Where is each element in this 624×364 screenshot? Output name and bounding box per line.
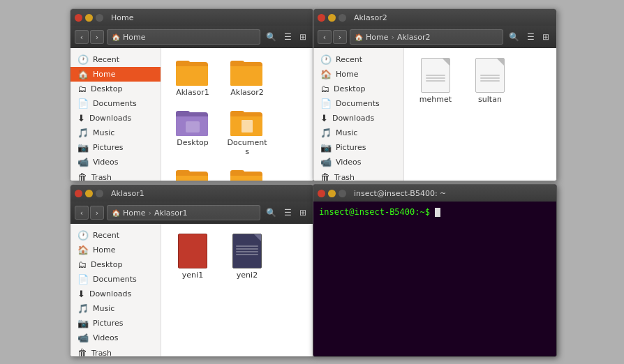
- aklasor2-sidebar-documents[interactable]: 📄 Documents: [313, 96, 403, 111]
- terminal-window-title: insect@insect-B5400: ~: [354, 189, 552, 198]
- aklasor2-close-btn[interactable]: [318, 14, 325, 22]
- aklasor2-titlebar: Aklasor2: [313, 9, 556, 26]
- home-window-controls[interactable]: [75, 14, 103, 22]
- trash-icon: 🗑: [77, 172, 87, 181]
- aklasor2-min-btn[interactable]: [328, 14, 336, 22]
- aklasor1-sidebar-recent[interactable]: 🕐 Recent: [70, 228, 161, 243]
- file-item-downloads-folder[interactable]: ↓ Downloads: [168, 165, 217, 181]
- aklasor1-titlebar: Aklasor1: [70, 185, 313, 202]
- aklasor1-sidebar-home[interactable]: 🏠 Home: [70, 243, 161, 257]
- aklasor2-sidebar-pictures[interactable]: 📷 Pictures: [313, 140, 403, 155]
- aklasor1-nav-buttons: ‹ ›: [75, 206, 104, 220]
- aklasor2-sep: ›: [391, 33, 394, 42]
- home-back-btn[interactable]: ‹: [75, 30, 89, 44]
- aklasor2-grid-btn[interactable]: ⊞: [540, 31, 552, 43]
- sidebar-label-trash: Trash: [91, 349, 112, 357]
- aklasor1-sidebar-pictures[interactable]: 📷 Pictures: [70, 316, 161, 331]
- aklasor2-crumb: Aklasor2: [397, 33, 431, 42]
- file-item-yeni1[interactable]: yeni1: [168, 231, 217, 282]
- pictures-icon: 📷: [77, 142, 89, 153]
- aklasor2-sidebar-recent[interactable]: 🕐 Recent: [313, 52, 403, 67]
- home-nav-icon: 🏠: [77, 69, 89, 79]
- aklasor1-toolbar: ‹ › 🏠 Home › Aklasor1 🔍 ☰ ⊞: [70, 202, 313, 224]
- terminal-min-btn[interactable]: [328, 190, 336, 197]
- aklasor1-location-bar[interactable]: 🏠 Home › Aklasor1: [107, 205, 260, 220]
- home-list-btn[interactable]: ☰: [281, 31, 295, 43]
- sidebar-item-downloads[interactable]: ⬇ Downloads: [70, 111, 161, 126]
- aklasor1-sidebar-music[interactable]: 🎵 Music: [70, 301, 161, 316]
- sidebar-item-desktop[interactable]: 🗂 Desktop: [70, 82, 161, 96]
- aklasor1-fwd-btn[interactable]: ›: [90, 206, 104, 220]
- documents-icon: 📄: [320, 98, 332, 109]
- sidebar-item-recent[interactable]: 🕐 Recent: [70, 52, 161, 67]
- folder-aklasor1-icon: [176, 58, 209, 86]
- sidebar-item-trash[interactable]: 🗑 Trash: [70, 169, 161, 181]
- aklasor2-max-btn[interactable]: [339, 14, 346, 22]
- aklasor2-list-btn[interactable]: ☰: [524, 31, 537, 43]
- aklasor1-max-btn[interactable]: [96, 190, 103, 197]
- aklasor2-window-controls[interactable]: [318, 14, 346, 22]
- terminal-body[interactable]: insect@insect-B5400:~$: [313, 202, 556, 356]
- aklasor2-search-btn[interactable]: 🔍: [506, 31, 522, 43]
- file-item-yeni2[interactable]: yeni2: [223, 231, 272, 282]
- home-min-btn[interactable]: [85, 14, 93, 22]
- aklasor1-toolbar-actions: 🔍 ☰ ⊞: [263, 206, 309, 219]
- aklasor1-min-btn[interactable]: [85, 190, 93, 197]
- sidebar-item-pictures[interactable]: 📷 Pictures: [70, 140, 161, 155]
- sidebar-item-home[interactable]: 🏠 Home: [70, 67, 161, 82]
- documents-icon: 📄: [77, 274, 89, 285]
- aklasor1-close-btn[interactable]: [75, 190, 82, 197]
- aklasor1-list-btn[interactable]: ☰: [281, 206, 295, 219]
- aklasor1-sidebar-downloads[interactable]: ⬇ Downloads: [70, 287, 161, 301]
- aklasor2-location-bar[interactable]: 🏠 Home › Aklasor2: [350, 29, 503, 45]
- home-search-btn[interactable]: 🔍: [263, 31, 279, 43]
- file-item-mehmet[interactable]: mehmet: [411, 55, 460, 107]
- terminal-close-btn[interactable]: [318, 190, 325, 197]
- file-item-sultan[interactable]: sultan: [466, 55, 514, 107]
- sidebar-label-documents: Documents: [93, 99, 137, 108]
- file-item-desktop-folder[interactable]: Desktop: [168, 105, 217, 159]
- aklasor2-sidebar-music[interactable]: 🎵 Music: [313, 126, 403, 140]
- home-fwd-btn[interactable]: ›: [90, 30, 104, 44]
- home-toolbar: ‹ › 🏠 Home 🔍 ☰ ⊞: [70, 26, 313, 48]
- aklasor1-sidebar-desktop[interactable]: 🗂 Desktop: [70, 257, 161, 272]
- home-max-btn[interactable]: [96, 14, 103, 22]
- aklasor2-toolbar-actions: 🔍 ☰ ⊞: [506, 31, 552, 43]
- aklasor1-back-btn[interactable]: ‹: [75, 206, 89, 220]
- file-item-aklasor1[interactable]: Aklasor1: [168, 55, 217, 100]
- recent-icon: 🕐: [77, 230, 89, 241]
- aklasor1-window-controls[interactable]: [75, 190, 103, 197]
- file-item-documents-folder[interactable]: Documents: [223, 105, 272, 159]
- aklasor2-sidebar-home[interactable]: 🏠 Home: [313, 67, 403, 82]
- terminal-max-btn[interactable]: [339, 190, 346, 197]
- home-grid-btn[interactable]: ⊞: [297, 31, 309, 43]
- file-label-aklasor1: Aklasor1: [176, 88, 209, 97]
- file-label-yeni1: yeni1: [182, 271, 203, 280]
- sidebar-item-music[interactable]: 🎵 Music: [70, 126, 161, 140]
- sidebar-label-recent: Recent: [93, 55, 119, 64]
- folder-aklasor2-icon: [230, 58, 264, 86]
- aklasor1-fm-body: 🕐 Recent 🏠 Home 🗂 Desktop 📄 Documents ⬇: [70, 224, 313, 356]
- terminal-window-controls[interactable]: [318, 190, 346, 197]
- aklasor2-sidebar-downloads[interactable]: ⬇ Downloads: [313, 111, 403, 126]
- aklasor2-window: Aklasor2 ‹ › 🏠 Home › Aklasor2 🔍 ☰ ⊞ �: [313, 8, 557, 181]
- sidebar-item-videos[interactable]: 📹 Videos: [70, 155, 161, 169]
- file-label-mehmet: mehmet: [419, 95, 452, 104]
- aklasor2-sidebar-videos[interactable]: 📹 Videos: [313, 155, 403, 169]
- home-sidebar: 🕐 Recent 🏠 Home 🗂 Desktop 📄 Documents ⬇: [70, 48, 161, 181]
- aklasor2-back-btn[interactable]: ‹: [318, 30, 332, 44]
- sidebar-item-documents[interactable]: 📄 Documents: [70, 96, 161, 111]
- aklasor2-sidebar-trash[interactable]: 🗑 Trash: [313, 169, 403, 181]
- file-item-aklasor2[interactable]: Aklasor2: [223, 55, 272, 100]
- aklasor2-sidebar-desktop[interactable]: 🗂 Desktop: [313, 82, 403, 96]
- aklasor1-sidebar-trash[interactable]: 🗑 Trash: [70, 345, 161, 356]
- home-close-btn[interactable]: [75, 14, 82, 22]
- aklasor1-sidebar-documents[interactable]: 📄 Documents: [70, 272, 161, 287]
- file-item-music-folder[interactable]: ♪ Music: [223, 165, 272, 181]
- sidebar-label-music: Music: [93, 128, 114, 137]
- home-location-bar[interactable]: 🏠 Home: [107, 29, 260, 45]
- aklasor1-grid-btn[interactable]: ⊞: [297, 206, 309, 219]
- aklasor1-sidebar-videos[interactable]: 📹 Videos: [70, 331, 161, 345]
- aklasor1-search-btn[interactable]: 🔍: [263, 206, 279, 219]
- aklasor2-fwd-btn[interactable]: ›: [333, 30, 347, 44]
